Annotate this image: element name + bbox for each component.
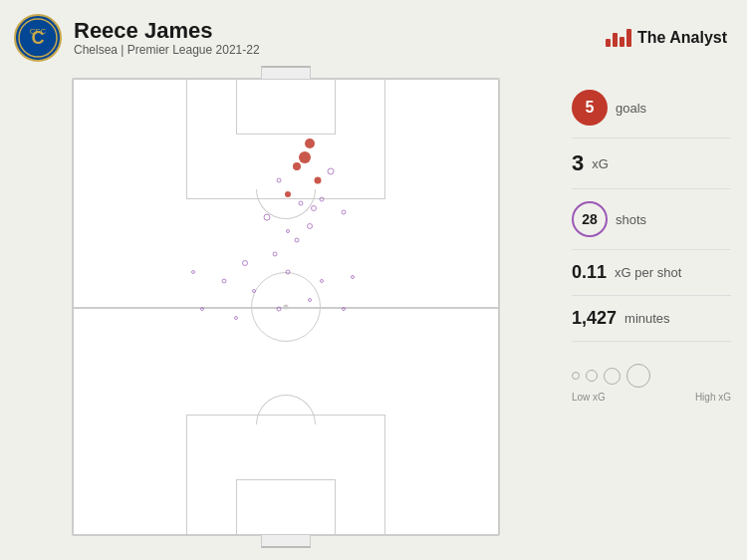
player-name: Reece James bbox=[74, 19, 260, 43]
shot-dot-6 bbox=[328, 168, 335, 175]
shots-stat-row: 28 shots bbox=[572, 191, 731, 247]
shot-dot-21 bbox=[351, 275, 355, 279]
center-spot bbox=[284, 305, 289, 310]
xg-per-shot-label: xG per shot bbox=[615, 265, 681, 280]
goals-label: goals bbox=[616, 101, 646, 116]
shot-dot-10 bbox=[263, 214, 270, 221]
xg-stat-row: 3 xG bbox=[572, 140, 731, 186]
penalty-arc-bottom bbox=[256, 395, 316, 424]
shot-dot-23 bbox=[234, 316, 238, 320]
legend-high-label: High xG bbox=[695, 392, 731, 403]
shot-dot-13 bbox=[307, 223, 313, 229]
shot-dot-1 bbox=[293, 162, 301, 170]
divider1 bbox=[572, 138, 731, 139]
legend-low-label: Low xG bbox=[572, 392, 606, 403]
player-info: Reece James Chelsea | Premier League 202… bbox=[74, 19, 260, 57]
header-left: C CFC Reece James Chelsea | Premier Leag… bbox=[14, 14, 260, 62]
header: C CFC Reece James Chelsea | Premier Leag… bbox=[0, 0, 747, 70]
bar2 bbox=[613, 33, 618, 47]
legend-circle-md bbox=[604, 368, 621, 385]
divider3 bbox=[572, 249, 731, 250]
shots-value: 28 bbox=[582, 211, 598, 227]
shot-dot-7 bbox=[298, 201, 303, 206]
shot-dot-14 bbox=[294, 238, 299, 243]
shot-dot-4 bbox=[285, 191, 291, 197]
shots-circle: 28 bbox=[572, 201, 608, 237]
goal-bottom bbox=[261, 534, 311, 548]
shot-dot-17 bbox=[221, 279, 226, 284]
shot-dot-11 bbox=[341, 210, 346, 215]
minutes-value: 1,427 bbox=[572, 308, 617, 329]
penalty-area-bottom bbox=[186, 415, 385, 534]
shots-label: shots bbox=[616, 212, 646, 227]
shot-dot-20 bbox=[320, 279, 324, 283]
legend-circle-lg bbox=[626, 364, 650, 388]
shot-dot-8 bbox=[311, 205, 317, 211]
pitch-container bbox=[16, 70, 556, 544]
main-container: C CFC Reece James Chelsea | Premier Leag… bbox=[0, 0, 747, 560]
chelsea-logo: C CFC bbox=[14, 14, 62, 62]
shot-dot-24 bbox=[277, 307, 282, 312]
goals-circle: 5 bbox=[572, 90, 608, 126]
xg-label: xG bbox=[592, 156, 609, 171]
goals-stat-row: 5 goals bbox=[572, 80, 731, 136]
legend-circle-sm bbox=[586, 370, 598, 382]
bar1 bbox=[606, 39, 611, 47]
legend: Low xG High xG bbox=[572, 356, 731, 403]
legend-labels: Low xG High xG bbox=[572, 392, 731, 403]
shot-dot-0 bbox=[305, 139, 315, 148]
analyst-bars-icon bbox=[606, 29, 631, 47]
main-content: 5 goals 3 xG 28 shots 0.11 x bbox=[0, 70, 747, 560]
shot-dot-5 bbox=[277, 178, 282, 183]
shot-dot-9 bbox=[320, 196, 325, 201]
minutes-stat-row: 1,427 minutes bbox=[572, 298, 731, 339]
stats-panel: 5 goals 3 xG 28 shots 0.11 x bbox=[572, 70, 731, 544]
bar4 bbox=[626, 29, 631, 47]
analyst-logo: The Analyst bbox=[606, 29, 727, 47]
xg-per-shot-value: 0.11 bbox=[572, 262, 607, 283]
bar3 bbox=[620, 37, 624, 47]
shot-dot-25 bbox=[308, 298, 312, 302]
penalty-area-top bbox=[186, 80, 385, 199]
shot-dot-2 bbox=[315, 177, 322, 184]
goals-value: 5 bbox=[586, 99, 595, 117]
shot-dot-3 bbox=[299, 151, 311, 163]
player-subtitle: Chelsea | Premier League 2021-22 bbox=[74, 43, 260, 57]
shot-dot-12 bbox=[286, 229, 290, 233]
xg-per-shot-stat-row: 0.11 xG per shot bbox=[572, 252, 731, 293]
shot-dot-27 bbox=[191, 270, 195, 274]
shot-dot-16 bbox=[242, 260, 248, 266]
divider5 bbox=[572, 341, 731, 342]
shot-dot-19 bbox=[286, 270, 291, 275]
pitch bbox=[72, 78, 500, 536]
analyst-brand-text: The Analyst bbox=[637, 29, 727, 47]
divider4 bbox=[572, 295, 731, 296]
shot-dot-22 bbox=[200, 307, 204, 311]
svg-text:CFC: CFC bbox=[30, 27, 47, 36]
goal-top bbox=[261, 66, 311, 80]
xg-value: 3 bbox=[572, 150, 584, 176]
shot-dot-26 bbox=[342, 307, 346, 311]
legend-circle-xs bbox=[572, 372, 580, 380]
shot-dot-15 bbox=[273, 251, 278, 256]
shot-dot-18 bbox=[252, 289, 256, 293]
minutes-label: minutes bbox=[624, 311, 670, 326]
legend-circles bbox=[572, 364, 731, 388]
divider2 bbox=[572, 188, 731, 189]
